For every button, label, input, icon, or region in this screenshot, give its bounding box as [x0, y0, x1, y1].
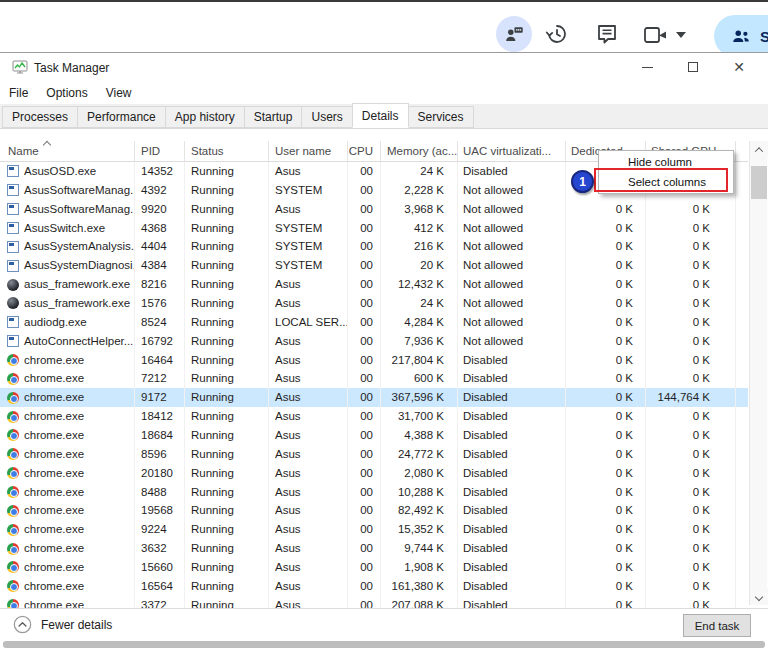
- table-row[interactable]: AutoConnectHelper...16792RunningAsus007,…: [0, 332, 748, 351]
- column-header-mem[interactable]: Memory (ac...: [381, 141, 458, 161]
- end-task-button[interactable]: End task: [683, 614, 751, 637]
- tab-processes[interactable]: Processes: [2, 106, 78, 128]
- camera-dropdown-caret[interactable]: [676, 31, 686, 39]
- tab-startup[interactable]: Startup: [244, 106, 303, 128]
- cell-status: Running: [185, 445, 269, 464]
- table-row[interactable]: chrome.exe8488RunningAsus0010,288 KDisab…: [0, 483, 748, 502]
- table-row[interactable]: AsusSystemDiagnosi...4384RunningSYSTEM00…: [0, 256, 748, 275]
- cell-ded: 0 K: [566, 256, 646, 275]
- table-row[interactable]: chrome.exe3632RunningAsus009,744 KDisabl…: [0, 539, 748, 558]
- table-row[interactable]: chrome.exe20180RunningAsus002,080 KDisab…: [0, 464, 748, 483]
- column-header-status[interactable]: Status: [185, 141, 269, 161]
- cell-pid: 15660: [135, 558, 185, 577]
- table-row[interactable]: chrome.exe16464RunningAsus00217,804 KDis…: [0, 351, 748, 370]
- cell-pid: 9172: [135, 388, 185, 407]
- table-row[interactable]: chrome.exe18412RunningAsus0031,700 KDisa…: [0, 407, 748, 426]
- cell-cpu: 00: [348, 200, 381, 219]
- cell-shr: 0 K: [646, 313, 736, 332]
- cell-name: AsusSystemAnalysis.e...: [0, 237, 135, 256]
- column-header-pid[interactable]: PID: [135, 141, 185, 161]
- tab-users[interactable]: Users: [301, 106, 352, 128]
- process-name: AsusSoftwareManag...: [24, 200, 135, 219]
- table-row[interactable]: audiodg.exe8524RunningLOCAL SER...004,28…: [0, 313, 748, 332]
- table-row[interactable]: AsusSoftwareManag...9920RunningAsus003,9…: [0, 200, 748, 219]
- cell-ded: 0 K: [566, 596, 646, 609]
- share-button[interactable]: Sh: [714, 15, 768, 57]
- table-row[interactable]: chrome.exe16564RunningAsus00161,380 KDis…: [0, 577, 748, 596]
- cell-name: AsusOSD.exe: [0, 162, 135, 181]
- table-row[interactable]: chrome.exe15660RunningAsus001,908 KDisab…: [0, 558, 748, 577]
- table-row[interactable]: asus_framework.exe8216RunningAsus0012,43…: [0, 275, 748, 294]
- tab-services[interactable]: Services: [408, 106, 474, 128]
- cell-status: Running: [185, 407, 269, 426]
- cell-ded: 0 K: [566, 577, 646, 596]
- scroll-up-arrow[interactable]: [750, 141, 768, 158]
- chevron-down-icon: [755, 592, 763, 600]
- fewer-details-toggle[interactable]: Fewer details: [13, 615, 112, 634]
- cell-status: Running: [185, 596, 269, 609]
- table-row[interactable]: chrome.exe9172RunningAsus00367,596 KDisa…: [0, 388, 748, 407]
- column-header-user[interactable]: User name: [269, 141, 348, 161]
- process-name: chrome.exe: [24, 351, 84, 370]
- cell-cpu: 00: [348, 596, 381, 609]
- cell-uac: Disabled: [458, 577, 566, 596]
- table-row[interactable]: chrome.exe19568RunningAsus0082,492 KDisa…: [0, 501, 748, 520]
- cell-ded: 0 K: [566, 558, 646, 577]
- participants-button[interactable]: [496, 16, 532, 52]
- cell-uac: Not allowed: [458, 294, 566, 313]
- scrollbar-thumb[interactable]: [751, 166, 767, 199]
- process-name: chrome.exe: [24, 501, 84, 520]
- cell-mem: 7,936 K: [381, 332, 458, 351]
- cell-mem: 4,284 K: [381, 313, 458, 332]
- generic-app-icon: [7, 260, 19, 272]
- cell-cpu: 00: [348, 407, 381, 426]
- menu-bar: FileOptionsView: [0, 81, 768, 104]
- cell-mem: 161,380 K: [381, 577, 458, 596]
- menu-item-select-columns[interactable]: Select columns: [599, 172, 733, 192]
- cell-status: Running: [185, 520, 269, 539]
- menu-item-hide-column[interactable]: Hide column: [599, 152, 733, 172]
- cell-mem: 367,596 K: [381, 388, 458, 407]
- table-row[interactable]: chrome.exe3372RunningAsus00207,088 KDisa…: [0, 596, 748, 609]
- table-row[interactable]: asus_framework.exe1576RunningAsus0024 KN…: [0, 294, 748, 313]
- cell-uac: Disabled: [458, 351, 566, 370]
- close-button[interactable]: ✕: [716, 53, 762, 81]
- minimize-button[interactable]: [624, 53, 670, 81]
- generic-app-icon: [7, 335, 19, 347]
- cell-user: Asus: [269, 539, 348, 558]
- table-row[interactable]: chrome.exe8596RunningAsus0024,772 KDisab…: [0, 445, 748, 464]
- process-name: AutoConnectHelper...: [24, 332, 133, 351]
- process-name: chrome.exe: [24, 558, 84, 577]
- cell-ded: 0 K: [566, 407, 646, 426]
- process-name: chrome.exe: [24, 483, 84, 502]
- vertical-scrollbar[interactable]: [749, 141, 767, 605]
- cell-cpu: 00: [348, 275, 381, 294]
- table-row[interactable]: chrome.exe9224RunningAsus0015,352 KDisab…: [0, 520, 748, 539]
- sphere-app-icon: [7, 297, 19, 309]
- column-header-uac[interactable]: UAC virtualizati...: [458, 141, 566, 161]
- table-row[interactable]: chrome.exe18684RunningAsus004,388 KDisab…: [0, 426, 748, 445]
- fewer-details-label: Fewer details: [41, 618, 112, 632]
- camera-button[interactable]: [642, 23, 670, 47]
- column-header-cpu[interactable]: CPU: [348, 141, 381, 161]
- menu-file[interactable]: File: [9, 83, 37, 103]
- chat-button[interactable]: [594, 21, 620, 47]
- table-row[interactable]: chrome.exe7212RunningAsus00600 KDisabled…: [0, 369, 748, 388]
- cell-uac: Disabled: [458, 558, 566, 577]
- menu-view[interactable]: View: [106, 83, 141, 103]
- maximize-button[interactable]: [670, 53, 716, 81]
- menu-options[interactable]: Options: [46, 83, 96, 103]
- cell-pid: 8488: [135, 483, 185, 502]
- cell-cpu: 00: [348, 426, 381, 445]
- tab-details[interactable]: Details: [352, 103, 409, 128]
- cell-shr: 0 K: [646, 445, 736, 464]
- scroll-down-arrow[interactable]: [750, 588, 768, 605]
- table-row[interactable]: AsusSystemAnalysis.e...4404RunningSYSTEM…: [0, 237, 748, 256]
- history-button[interactable]: [544, 21, 570, 47]
- table-row[interactable]: AsusSwitch.exe4368RunningSYSTEM00412 KNo…: [0, 219, 748, 238]
- column-header-name[interactable]: Name: [0, 141, 135, 161]
- tab-performance[interactable]: Performance: [77, 106, 166, 128]
- tab-app-history[interactable]: App history: [165, 106, 245, 128]
- cell-status: Running: [185, 464, 269, 483]
- cell-uac: Disabled: [458, 162, 566, 181]
